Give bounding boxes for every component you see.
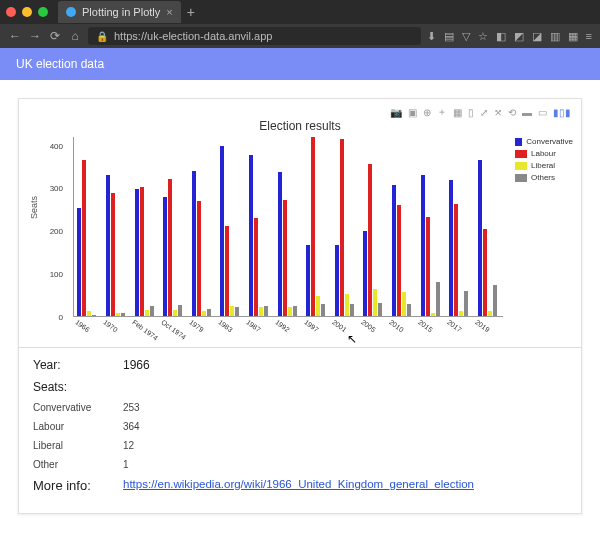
bar[interactable] (225, 226, 229, 316)
bar-group[interactable] (192, 171, 211, 316)
bar[interactable] (488, 311, 492, 316)
zoom-out-icon[interactable]: ＋ (437, 105, 447, 119)
extension2-icon[interactable]: ◩ (514, 30, 524, 43)
more-info-link[interactable]: https://en.wikipedia.org/wiki/1966_Unite… (123, 478, 474, 493)
hover-closest-icon[interactable]: ▭ (538, 107, 547, 118)
url-field[interactable]: 🔒 https://uk-election-data.anvil.app (88, 27, 421, 45)
bar[interactable] (111, 193, 115, 316)
bar[interactable] (431, 313, 435, 316)
bar[interactable] (145, 310, 149, 316)
bar[interactable] (459, 311, 463, 316)
bar[interactable] (197, 201, 201, 316)
chart-area[interactable]: 19661970Feb 1974Oct 19741979198319871992… (73, 137, 503, 317)
legend-conservative[interactable]: Convervative (515, 137, 573, 146)
bar[interactable] (402, 292, 406, 316)
minimize-window-icon[interactable] (22, 7, 32, 17)
bar[interactable] (464, 291, 468, 316)
bar[interactable] (178, 305, 182, 316)
bar[interactable] (173, 310, 177, 316)
bar[interactable] (288, 307, 292, 316)
bar-group[interactable] (106, 175, 125, 316)
bar[interactable] (220, 146, 224, 316)
legend-others[interactable]: Others (515, 173, 573, 182)
forward-icon[interactable]: → (28, 29, 42, 43)
bar[interactable] (454, 204, 458, 316)
bar[interactable] (140, 187, 144, 316)
close-window-icon[interactable] (6, 7, 16, 17)
bar-group[interactable] (278, 172, 297, 316)
lasso-icon[interactable]: ⤢ (480, 107, 488, 118)
bar[interactable] (311, 137, 315, 316)
bar-group[interactable] (135, 187, 154, 316)
bar-group[interactable] (421, 175, 440, 316)
bar[interactable] (436, 282, 440, 316)
bar[interactable] (321, 304, 325, 316)
bar-group[interactable] (363, 164, 382, 316)
maximize-window-icon[interactable] (38, 7, 48, 17)
bar[interactable] (335, 245, 339, 316)
download-icon[interactable]: ⬇ (427, 30, 436, 43)
bar[interactable] (249, 155, 253, 316)
plotly-logo-icon[interactable]: ▮▯▮ (553, 107, 571, 118)
zoom-icon[interactable]: ▣ (408, 107, 417, 118)
bar[interactable] (368, 164, 372, 316)
select-icon[interactable]: ▯ (468, 107, 474, 118)
bar[interactable] (421, 175, 425, 316)
bar[interactable] (407, 304, 411, 316)
library-icon[interactable]: ▥ (550, 30, 560, 43)
bar[interactable] (135, 189, 139, 316)
bar-group[interactable] (335, 139, 354, 316)
camera-icon[interactable]: 📷 (390, 107, 402, 118)
back-icon[interactable]: ← (8, 29, 22, 43)
bar[interactable] (235, 307, 239, 316)
bar-group[interactable] (77, 160, 96, 316)
bar[interactable] (163, 197, 167, 316)
bar-group[interactable] (478, 160, 497, 316)
bar[interactable] (363, 231, 367, 316)
reader-icon[interactable]: ▤ (444, 30, 454, 43)
bar[interactable] (426, 217, 430, 316)
bar[interactable] (259, 307, 263, 316)
spike-icon[interactable]: ▬ (522, 107, 532, 118)
autoscale-icon[interactable]: ⤧ (494, 107, 502, 118)
bar[interactable] (278, 172, 282, 316)
bar[interactable] (373, 289, 377, 316)
bar[interactable] (478, 160, 482, 316)
bar[interactable] (345, 294, 349, 316)
bar[interactable] (254, 218, 258, 316)
extension-icon[interactable]: ◧ (496, 30, 506, 43)
zoom-in-icon[interactable]: ⊕ (423, 107, 431, 118)
pan-icon[interactable]: ▦ (453, 107, 462, 118)
bar[interactable] (340, 139, 344, 316)
pocket-icon[interactable]: ▽ (462, 30, 470, 43)
reload-icon[interactable]: ⟳ (48, 29, 62, 43)
bar[interactable] (493, 285, 497, 316)
bar[interactable] (87, 311, 91, 316)
bar[interactable] (350, 304, 354, 316)
menu-icon[interactable]: ≡ (586, 30, 592, 43)
bar[interactable] (293, 306, 297, 316)
bar[interactable] (121, 313, 125, 316)
bar[interactable] (392, 185, 396, 316)
bar[interactable] (449, 180, 453, 316)
bar[interactable] (92, 315, 96, 316)
bar-group[interactable] (449, 180, 468, 316)
sidebar-icon[interactable]: ▦ (568, 30, 578, 43)
bar[interactable] (283, 200, 287, 316)
bar-group[interactable] (249, 155, 268, 316)
bar[interactable] (106, 175, 110, 316)
bar[interactable] (207, 309, 211, 316)
bar[interactable] (202, 311, 206, 316)
new-tab-icon[interactable]: + (187, 4, 195, 20)
home-icon[interactable]: ⌂ (68, 29, 82, 43)
bar-group[interactable] (306, 137, 325, 316)
shield-icon[interactable]: ◪ (532, 30, 542, 43)
bar[interactable] (378, 303, 382, 316)
legend-labour[interactable]: Labour (515, 149, 573, 158)
browser-tab[interactable]: Plotting in Plotly × (58, 1, 181, 23)
bar[interactable] (77, 208, 81, 316)
bar-group[interactable] (220, 146, 239, 316)
bar[interactable] (306, 245, 310, 316)
bar-group[interactable] (163, 179, 182, 316)
legend-liberal[interactable]: Liberal (515, 161, 573, 170)
